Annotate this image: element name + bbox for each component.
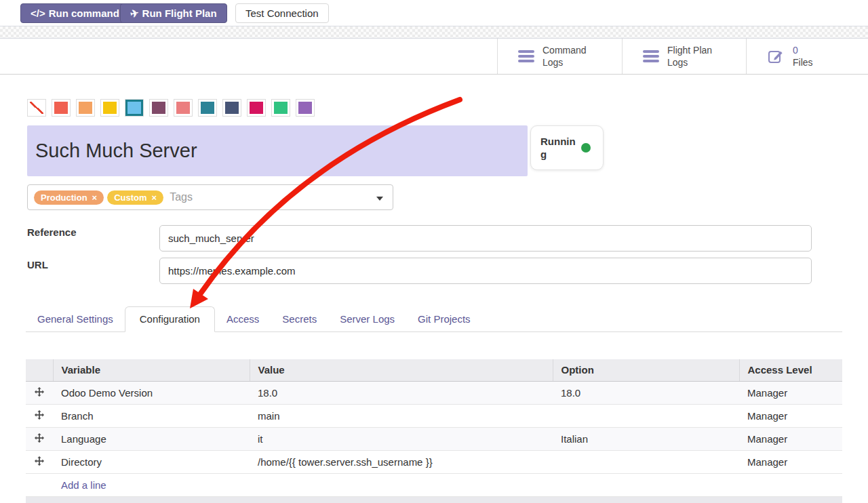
tab-git-projects[interactable]: Git Projects [406,306,482,331]
color-swatch-green[interactable] [271,99,290,117]
table-row[interactable]: Odoo Demo Version 18.0 18.0 Manager [26,381,842,404]
chevron-down-icon[interactable] [376,197,383,201]
status-badge[interactable]: Running [530,125,604,170]
cell-variable[interactable]: Branch [53,404,250,427]
stat-buttons: Command Logs Flight Plan Logs 0 Files [497,39,868,74]
column-header-access-level[interactable]: Access Level [739,359,842,381]
color-palette [27,99,315,117]
form-header-band: Command Logs Flight Plan Logs 0 Files [0,39,868,75]
files-stat-button[interactable]: 0 Files [746,39,868,74]
cell-access-level[interactable]: Manager [739,404,842,427]
tags-placeholder: Tags [170,191,193,203]
tag-label: Custom [114,193,146,203]
flight-plan-logs-stat-button[interactable]: Flight Plan Logs [622,39,746,74]
column-header-option[interactable]: Option [553,359,739,381]
tags-input[interactable]: Production × Custom × Tags [27,184,393,210]
flight-plan-logs-label: Flight Plan Logs [667,44,717,68]
drag-handle-icon[interactable] [35,433,44,443]
tag-remove-icon[interactable]: × [92,193,98,203]
cell-value[interactable]: 18.0 [250,381,553,404]
tab-server-logs[interactable]: Server Logs [328,306,406,331]
column-header-value[interactable]: Value [250,359,553,381]
cell-option[interactable] [553,404,739,427]
cell-variable[interactable]: Language [53,427,250,450]
cell-access-level[interactable]: Manager [739,427,842,450]
list-icon [643,50,659,62]
tab-general-settings[interactable]: General Settings [26,306,125,331]
list-icon [518,50,534,62]
url-field[interactable] [159,258,812,284]
table-row[interactable]: Branch main Manager [26,404,842,427]
background-texture-strip [0,26,868,39]
annotation-arrow-head [190,289,208,308]
column-header-variable[interactable]: Variable [53,359,250,381]
tab-access[interactable]: Access [215,306,271,331]
tab-configuration[interactable]: Configuration [125,306,215,332]
color-swatch-none[interactable] [27,99,46,117]
tag-label: Production [41,193,87,203]
tag-production[interactable]: Production × [34,190,104,205]
tag-remove-icon[interactable]: × [152,193,157,203]
drag-handle-icon[interactable] [35,387,44,397]
color-swatch-magenta[interactable] [247,99,266,117]
color-swatch-plum[interactable] [149,99,168,117]
command-logs-label: Command Logs [542,44,593,68]
files-label: Files [793,56,813,68]
cell-access-level[interactable]: Manager [739,450,842,473]
reference-label: Reference [27,226,77,238]
color-swatch-purple[interactable] [296,99,315,117]
color-swatch-orange[interactable] [76,99,95,117]
table-header-row: Variable Value Option Access Level [26,359,842,381]
color-swatch-navy[interactable] [222,99,241,117]
cell-value[interactable]: it [250,427,553,450]
test-connection-button[interactable]: Test Connection [235,3,329,23]
tag-custom[interactable]: Custom × [107,190,163,205]
cell-value[interactable]: /home/{{ tower.server.ssh_username }} [250,450,553,473]
cell-option[interactable]: Italian [553,427,739,450]
url-label: URL [27,259,48,270]
status-dot-green [581,143,591,153]
page-title: Such Much Server [27,140,197,162]
cell-value[interactable]: main [250,404,553,427]
add-line-row: Add a line [26,473,842,496]
run-command-button[interactable]: </> Run command [20,3,130,23]
table-row[interactable]: Directory /home/{{ tower.server.ssh_user… [26,450,842,473]
cell-option[interactable] [553,450,739,473]
code-icon: </> [31,7,45,19]
drag-handle-icon[interactable] [35,456,44,466]
plane-icon: ✈ [129,6,140,20]
run-flight-plan-button[interactable]: ✈ Run Flight Plan [120,3,227,23]
status-label: Running [540,135,576,161]
color-swatch-lightblue-selected[interactable] [125,99,144,117]
drag-handle-icon[interactable] [35,410,44,420]
edit-icon [767,48,785,64]
run-command-label: Run command [49,7,119,19]
color-swatch-salmon[interactable] [174,99,193,117]
command-logs-stat-button[interactable]: Command Logs [497,39,622,74]
add-a-line-link[interactable]: Add a line [61,479,106,491]
configuration-table: Variable Value Option Access Level Odoo … [26,359,842,497]
app-window: </> Run command ✈ Run Flight Plan Test C… [0,0,868,503]
color-swatch-teal[interactable] [198,99,217,117]
cell-variable[interactable]: Odoo Demo Version [53,381,250,404]
cell-option[interactable]: 18.0 [553,381,739,404]
files-count: 0 [793,44,813,56]
color-swatch-yellow[interactable] [100,99,119,117]
color-swatch-red[interactable] [52,99,71,117]
test-connection-label: Test Connection [245,7,319,19]
notebook-tabs: General Settings Configuration Access Se… [26,306,842,332]
cell-access-level[interactable]: Manager [739,381,842,404]
cell-variable[interactable]: Directory [53,450,250,473]
drag-column-header [26,359,53,381]
run-flight-plan-label: Run Flight Plan [142,7,217,19]
table-row[interactable]: Language it Italian Manager [26,427,842,450]
reference-field[interactable] [159,225,812,252]
table-footer-strip [26,497,842,503]
record-title-field[interactable]: Such Much Server [27,125,528,176]
tab-secrets[interactable]: Secrets [271,306,328,331]
